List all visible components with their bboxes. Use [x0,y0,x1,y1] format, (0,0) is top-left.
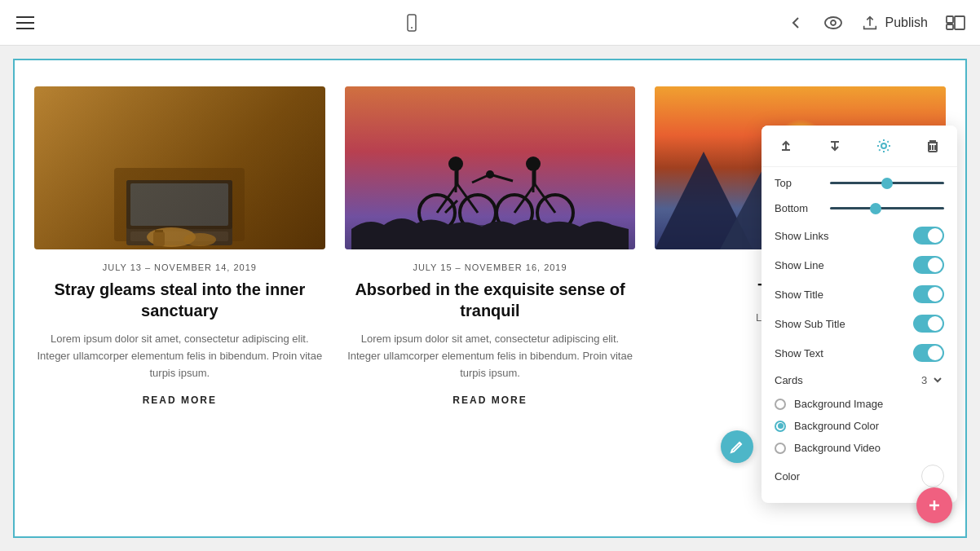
panel-toolbar [761,126,957,167]
show-title-label: Show Title [775,289,823,301]
nav-right: Publish [786,13,967,33]
nav-center [402,13,422,33]
settings-button[interactable] [870,132,898,160]
show-sub-title-label: Show Sub Title [775,318,845,330]
bg-video-radio[interactable] [775,443,786,454]
show-line-toggle[interactable] [913,256,944,274]
color-label: Color [775,470,800,483]
card-1-image [34,86,325,249]
hamburger-menu[interactable] [13,13,38,33]
svg-point-22 [448,156,463,171]
card-1-text: Lorem ipsum dolor sit amet, consectetur … [34,331,325,381]
show-sub-title-toggle[interactable] [913,315,944,333]
bottom-slider[interactable] [830,207,944,209]
bg-color-option[interactable]: Background Color [761,415,957,437]
preview-icon[interactable] [822,13,845,33]
move-down-button[interactable] [821,132,849,160]
bottom-slider-thumb[interactable] [870,203,881,214]
move-up-button[interactable] [772,132,800,160]
svg-rect-4 [947,16,953,23]
cards-select[interactable]: 1 2 3 4 5 6 [918,373,944,387]
cards-label: Cards [775,374,803,386]
svg-point-30 [526,156,541,171]
card-2-date: JULY 15 – NOVEMBER 16, 2019 [413,262,567,272]
publish-button[interactable]: Publish [861,14,928,32]
show-text-toggle[interactable] [913,344,944,362]
show-text-row: Show Text [761,338,957,368]
color-swatch[interactable] [921,465,944,487]
show-links-row: Show Links [761,221,957,250]
show-title-toggle[interactable] [913,285,944,303]
show-links-toggle[interactable] [913,227,944,245]
top-slider-row: Top [761,170,957,196]
card-2-image [345,86,636,249]
edit-fab-button[interactable] [721,430,753,463]
canvas: JULY 13 – NOVEMBER 14, 2019 Stray gleams… [13,59,967,538]
card-1-link[interactable]: READ MORE [143,395,217,406]
bg-image-option[interactable]: Background Image [761,393,957,415]
card-1-date: JULY 13 – NOVEMBER 14, 2019 [103,262,257,272]
card-2-link[interactable]: READ MORE [452,395,527,406]
top-navigation: Publish [0,0,980,46]
bg-video-label: Background Video [794,442,881,454]
settings-panel: Top Bottom Show Links [761,126,957,503]
bottom-slider-label: Bottom [775,202,823,214]
svg-point-3 [831,20,836,25]
top-slider-label: Top [775,177,823,189]
show-text-label: Show Text [775,347,823,359]
svg-rect-5 [947,24,953,29]
bg-image-label: Background Image [794,398,883,410]
svg-point-34 [486,170,494,179]
bg-image-radio[interactable] [775,399,786,410]
svg-point-44 [881,143,886,148]
publish-label: Publish [885,15,928,30]
cards-row: Cards 1 2 3 4 5 6 [761,368,957,393]
show-line-label: Show Line [775,259,824,271]
show-line-row: Show Line [761,250,957,280]
layout-icon[interactable] [944,13,967,33]
show-sub-title-row: Show Sub Title [761,309,957,338]
card-2-title: Absorbed in the exquisite sense of tranq… [345,279,636,321]
bottom-slider-row: Bottom [761,196,957,221]
phone-icon[interactable] [402,13,422,33]
bg-color-label: Background Color [794,420,879,432]
show-title-row: Show Title [761,280,957,309]
svg-rect-6 [955,16,965,29]
card-2-text: Lorem ipsum dolor sit amet, consectetur … [345,331,636,381]
card-1-title: Stray gleams steal into the inner sanctu… [34,279,325,321]
bg-color-radio[interactable] [775,421,786,432]
top-slider[interactable] [830,182,944,184]
nav-left [13,13,38,33]
delete-button[interactable] [919,132,947,160]
main-area: JULY 13 – NOVEMBER 14, 2019 Stray gleams… [0,46,980,551]
show-links-label: Show Links [775,230,828,242]
svg-point-2 [825,17,841,29]
add-fab-button[interactable] [916,487,952,523]
card-2: JULY 15 – NOVEMBER 16, 2019 Absorbed in … [345,86,636,406]
card-1: JULY 13 – NOVEMBER 14, 2019 Stray gleams… [34,86,325,406]
back-icon[interactable] [786,13,806,33]
top-slider-thumb[interactable] [881,178,893,189]
panel-body: Top Bottom Show Links [761,167,957,496]
bg-video-option[interactable]: Background Video [761,437,957,459]
